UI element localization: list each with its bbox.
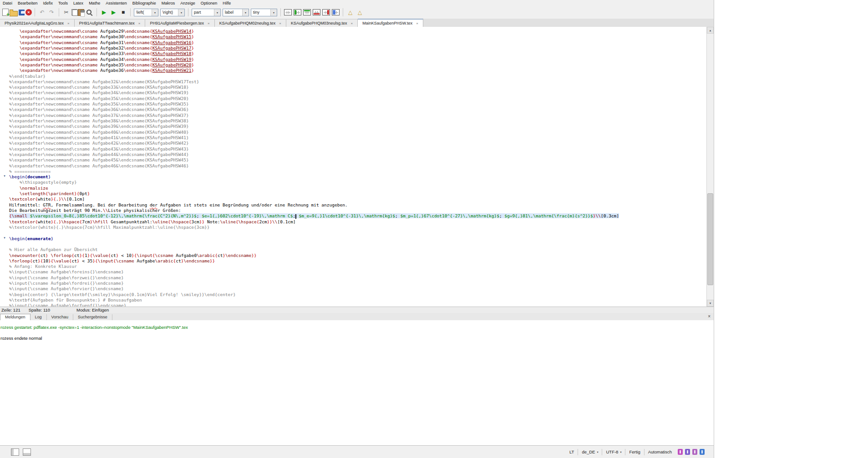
editor-line[interactable]: %\begin{center} {\large\textbf{\smiley}\…	[0, 291, 707, 297]
menu-item-mathe[interactable]: Mathe	[86, 0, 103, 6]
editor-line[interactable]: Hilfsmittel: GTR, Formelsammlung. Bei de…	[0, 201, 707, 207]
editor-line[interactable]: ▾\begin{enumerate}	[0, 235, 707, 241]
fontsize-combo[interactable]: tiny▾	[251, 9, 277, 16]
view-log-icon[interactable]	[85, 8, 94, 17]
editor-line[interactable]: \expandafter\newcommand\csname Aufgabe36…	[0, 67, 707, 72]
editor-line[interactable]: {\small $\varepsilon_0=8{,}85\cdot10^{-1…	[0, 212, 707, 218]
save-icon[interactable]	[19, 10, 25, 15]
add-row-icon[interactable]	[303, 9, 311, 15]
new-document-icon[interactable]	[2, 9, 9, 16]
editor-line[interactable]: % Hier alle Aufgaben zur Übersicht	[0, 246, 707, 252]
encoding-select[interactable]: UTF-8▾	[602, 449, 625, 454]
indicator-icon-2[interactable]	[685, 449, 690, 455]
editor-line[interactable]: %\input{\csname Aufgabe\foreins{}\endcsn…	[0, 268, 707, 274]
undo-icon[interactable]: ↶	[38, 8, 46, 17]
toggle-structure-panel-icon[interactable]	[11, 448, 19, 456]
menu-item-makros[interactable]: Makros	[159, 0, 178, 6]
editor-line[interactable]: %\end{tabular}	[0, 73, 707, 78]
close-tab-icon[interactable]: ×	[351, 21, 353, 25]
editor-line[interactable]: %\expandafter\newcommand\csname Aufgabe3…	[0, 95, 707, 101]
editor-line[interactable]: %\expandafter\newcommand\csname Aufgabe3…	[0, 78, 707, 84]
editor-line[interactable]: %\expandafter\newcommand\csname Aufgabe3…	[0, 89, 707, 95]
editor-line[interactable]: %\expandafter\newcommand\csname Aufgabe4…	[0, 156, 707, 162]
close-tab-icon[interactable]: ×	[67, 21, 70, 25]
sectioning-combo[interactable]: part▾	[192, 9, 221, 16]
tab-physik2021eaaufgiialsggro-tex[interactable]: Physik2021eAAufgIIaLsgGro.tex×	[0, 19, 75, 27]
build-and-view-icon[interactable]: ▶	[100, 8, 108, 17]
chevron-down-icon[interactable]: ▾	[270, 9, 277, 16]
editor-line[interactable]: %\expandafter\newcommand\csname Aufgabe4…	[0, 140, 707, 145]
spell-language-select[interactable]: de_DE▾	[578, 449, 602, 454]
editor-line[interactable]: Die Bearbeitungszeit beträgt 90 Min.\\Li…	[0, 207, 707, 212]
toggle-messages-panel-icon[interactable]	[23, 448, 31, 456]
close-tab-icon[interactable]: ×	[138, 21, 141, 25]
editor-line[interactable]: \normalsize	[0, 185, 707, 190]
line-ending-select[interactable]: Automatisch	[645, 449, 675, 454]
fold-marker-icon[interactable]: ▾	[0, 173, 9, 179]
editor-line[interactable]: %\textcolor{white}{.}\hspace{7cm}\hfill …	[0, 224, 707, 229]
editor-line[interactable]: %\expandafter\newcommand\csname Aufgabe3…	[0, 112, 707, 117]
messages-tab-log[interactable]: Log	[30, 314, 47, 320]
chevron-down-icon[interactable]: ▾	[242, 9, 249, 16]
delete-column-icon[interactable]	[322, 9, 330, 15]
editor-line[interactable]: %\input{\csname Aufgabe\forfuenf{}\endcs…	[0, 302, 707, 307]
stop-compile-icon[interactable]: ■	[119, 8, 127, 17]
open-file-icon[interactable]	[10, 11, 18, 16]
editor-line[interactable]: %\expandafter\newcommand\csname Aufgabe4…	[0, 162, 707, 168]
editor-line[interactable]: %\input{\csname Aufgabe\fordrei{}\endcsn…	[0, 280, 707, 285]
menu-item-datei[interactable]: Datei	[0, 0, 15, 6]
editor-line[interactable]: \expandafter\newcommand\csname Aufgabe32…	[0, 45, 707, 50]
tab-mainksaufgabenphsw-tex[interactable]: MainKSaufgabenPHSW.tex×	[358, 19, 423, 27]
scroll-up-icon[interactable]: ▲	[707, 27, 714, 34]
indicator-icon-1[interactable]	[678, 449, 683, 455]
editor-line[interactable]: %\expandafter\newcommand\csname Aufgabe3…	[0, 123, 707, 128]
editor-line[interactable]: %\expandafter\newcommand\csname Aufgabe4…	[0, 134, 707, 140]
editor-line[interactable]: %\expandafter\newcommand\csname Aufgabe3…	[0, 106, 707, 111]
editor-line[interactable]: %\textbf{Aufgaben für Bonuspunkte:} # Bo…	[0, 297, 707, 302]
chevron-down-icon[interactable]: ▾	[214, 9, 220, 16]
close-tab-icon[interactable]: ×	[208, 21, 210, 25]
messages-tab-suchergebnisse[interactable]: Suchergebnisse	[73, 314, 112, 320]
menu-item-bearbeiten[interactable]: Bearbeiten	[15, 0, 41, 6]
menu-item-anzeige[interactable]: Anzeige	[178, 0, 198, 6]
copy-icon[interactable]	[71, 9, 77, 15]
editor-line[interactable]: %\expandafter\newcommand\csname Aufgabe3…	[0, 117, 707, 123]
close-messages-panel-icon[interactable]: ×	[708, 314, 711, 319]
left-delimiter-combo[interactable]: \left(▾	[134, 9, 158, 16]
close-tab-icon[interactable]: ×	[279, 21, 281, 25]
reference-combo[interactable]: label▾	[223, 9, 249, 16]
editor-line[interactable]: %\expandafter\newcommand\csname Aufgabe4…	[0, 129, 707, 134]
editor-line[interactable]	[0, 229, 707, 235]
redo-icon[interactable]: ↷	[47, 8, 56, 17]
editor-line[interactable]: %\input{\csname Aufgabe\forvier{}\endcsn…	[0, 285, 707, 291]
paste-icon[interactable]	[78, 9, 84, 16]
merge-cells-icon[interactable]	[332, 9, 340, 15]
editor-line[interactable]	[0, 241, 707, 246]
tab-ph91aufgiiattwachtmann-tex[interactable]: PH91AufgIIaTTwachtmann.tex×	[75, 19, 146, 27]
menu-item-idefix[interactable]: Idefix	[41, 0, 56, 6]
editor-line[interactable]: %\expandafter\newcommand\csname Aufgabe4…	[0, 151, 707, 156]
close-file-icon[interactable]: ×	[25, 9, 32, 15]
next-warning-icon[interactable]: △	[355, 8, 364, 17]
tab-ksaufgabephqm03neulsg-tex[interactable]: KSAufgabePHQM03neulsg.tex×	[286, 19, 358, 27]
editor-line[interactable]: \expandafter\newcommand\csname Aufgabe31…	[0, 39, 707, 45]
editor-line[interactable]: %\input{\csname Aufgabe\forzwei{}\endcsn…	[0, 274, 707, 280]
indicator-icon-3[interactable]	[692, 449, 697, 455]
editor[interactable]: \expandafter\newcommand\csname Aufgabe29…	[0, 27, 714, 307]
menu-item-latex[interactable]: Latex	[71, 0, 86, 6]
editor-line[interactable]: \newcounter{ct} \forloop{ct}{1}{\value{c…	[0, 252, 707, 257]
tab-ph91aufgiiampiesbergen-tex[interactable]: PH91AufgIIaMPiesbergen.tex×	[145, 19, 214, 27]
insert-table-icon[interactable]	[284, 9, 292, 15]
editor-line[interactable]: \expandafter\newcommand\csname Aufgabe35…	[0, 61, 707, 67]
close-tab-icon[interactable]: ×	[416, 21, 418, 25]
editor-line[interactable]: ▾\begin{document}	[0, 173, 707, 179]
editor-line[interactable]: % Anfang: Konkrete Klausur	[0, 263, 707, 268]
editor-line[interactable]: %\expandafter\newcommand\csname Aufgabe3…	[0, 84, 707, 89]
editor-line[interactable]: \expandafter\newcommand\csname Aufgabe34…	[0, 56, 707, 61]
add-column-icon[interactable]	[294, 9, 301, 15]
menu-item-hilfe[interactable]: Hilfe	[220, 0, 233, 6]
editor-line[interactable]: \expandafter\newcommand\csname Aufgabe29…	[0, 28, 707, 33]
editor-code[interactable]: \expandafter\newcommand\csname Aufgabe29…	[0, 27, 707, 307]
editor-line[interactable]: %\expandafter\newcommand\csname Aufgabe3…	[0, 101, 707, 106]
fold-marker-icon[interactable]: ▾	[0, 235, 9, 241]
